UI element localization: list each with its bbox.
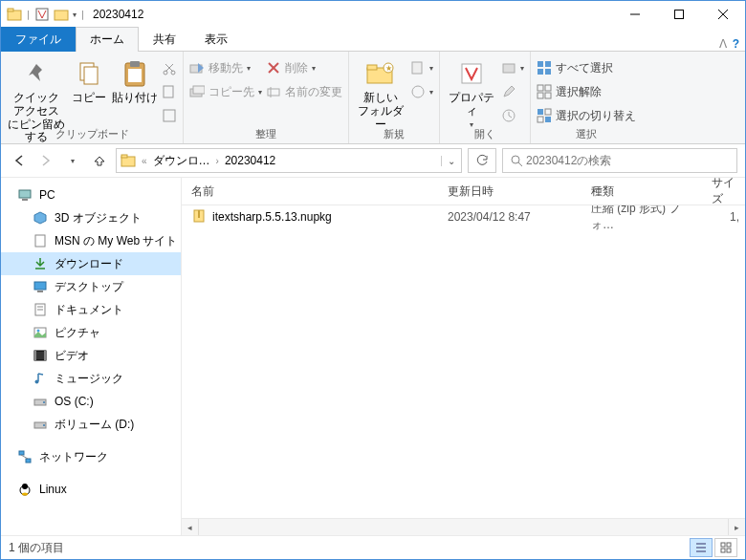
table-row[interactable]: itextsharp.5.5.13.nupkg 2023/04/12 8:47 … [182, 205, 745, 228]
refresh-button[interactable] [468, 148, 496, 173]
qat-new-folder-icon[interactable] [54, 7, 69, 22]
col-type[interactable]: 種類 [581, 183, 702, 200]
svg-text:★: ★ [385, 64, 392, 73]
scroll-left-button[interactable]: ◂ [182, 519, 199, 535]
tree-videos[interactable]: ビデオ [1, 344, 181, 367]
paste-button[interactable]: 貼り付け [112, 54, 158, 105]
close-button[interactable] [701, 1, 745, 28]
scroll-right-button[interactable]: ▸ [728, 519, 745, 535]
tree-drive-d[interactable]: ボリューム (D:) [1, 413, 181, 436]
delete-button[interactable]: 削除▾ [266, 57, 342, 78]
tree-linux[interactable]: Linux [1, 478, 181, 501]
tree-3d-objects[interactable]: 3D オブジェクト [1, 206, 181, 229]
svg-point-73 [22, 493, 28, 496]
ribbon-collapse[interactable]: ᐱ? [707, 37, 745, 51]
address-dropdown[interactable]: ⌄ [441, 156, 461, 166]
group-label-organize: 整理 [189, 127, 342, 143]
tree-pictures[interactable]: ピクチャ [1, 321, 181, 344]
search-input[interactable]: 20230412の検索 [502, 148, 737, 173]
tree-msn-web[interactable]: MSN の My Web サイト [1, 229, 181, 252]
svg-rect-46 [121, 155, 127, 158]
col-date[interactable]: 更新日時 [438, 183, 581, 200]
svg-rect-34 [545, 61, 551, 67]
back-button[interactable] [9, 150, 30, 171]
tab-home[interactable]: ホーム [76, 27, 139, 52]
tree-desktop[interactable]: デスクトップ [1, 275, 181, 298]
up-button[interactable] [89, 150, 110, 171]
view-details-button[interactable] [690, 538, 713, 557]
col-size[interactable]: サイズ [702, 175, 745, 207]
tree-downloads[interactable]: ダウンロード [1, 252, 181, 275]
maximize-button[interactable] [657, 1, 701, 28]
svg-rect-3 [55, 11, 68, 20]
deselect-button[interactable]: 選択解除 [537, 81, 636, 102]
titlebar: │ ▾ │ 20230412 [1, 1, 745, 28]
svg-rect-1 [8, 9, 13, 11]
tab-share[interactable]: 共有 [139, 27, 190, 52]
copy-button[interactable]: コピー [70, 54, 108, 105]
pin-icon [23, 57, 50, 90]
svg-point-63 [35, 380, 39, 384]
easy-access-button[interactable]: ▾ [410, 81, 433, 102]
recent-button[interactable]: ▾ [62, 150, 83, 171]
svg-line-70 [21, 455, 28, 459]
rename-button[interactable]: 名前の変更 [266, 81, 342, 102]
group-select: すべて選択 選択解除 選択の切り替え 選択 [531, 52, 642, 143]
file-list: 名前 更新日時 種類 サイズ itextsharp.5.5.13.nupkg 2… [182, 178, 745, 535]
minimize-button[interactable] [613, 1, 657, 28]
file-rows[interactable]: itextsharp.5.5.13.nupkg 2023/04/12 8:47 … [182, 205, 745, 518]
video-icon [32, 348, 49, 363]
svg-point-47 [512, 156, 519, 163]
svg-rect-82 [727, 549, 731, 552]
file-type: 圧縮 (zip 形式) フォ… [581, 205, 702, 233]
svg-rect-43 [538, 117, 543, 122]
group-label-new: 新規 [355, 127, 433, 143]
music-icon [32, 371, 49, 386]
navigation-tree[interactable]: PC 3D オブジェクト MSN の My Web サイト ダウンロード デスク… [1, 178, 182, 535]
crumb-root-sep[interactable]: « [140, 156, 149, 166]
open-small: ▾ [501, 54, 524, 126]
crumb-current[interactable]: 20230412 [221, 154, 279, 167]
svg-rect-22 [268, 89, 279, 96]
svg-rect-25 [367, 65, 377, 70]
col-name[interactable]: 名前 [182, 183, 438, 200]
copy-to-button[interactable]: コピー先▾ [189, 81, 262, 102]
paste-shortcut-button[interactable] [162, 105, 177, 126]
ribbon-tabs: ファイル ホーム 共有 表示 ᐱ? [1, 28, 745, 52]
cut-button[interactable] [162, 57, 177, 78]
svg-point-29 [412, 86, 424, 97]
copy-path-button[interactable] [162, 81, 177, 102]
tree-music[interactable]: ミュージック [1, 367, 181, 390]
invert-selection-button[interactable]: 選択の切り替え [537, 105, 636, 126]
new-item-button[interactable]: ▾ [410, 57, 433, 78]
crumb-downloads[interactable]: ダウンロ… [149, 153, 214, 169]
group-organize: 移動先▾ コピー先▾ 削除▾ 名前の変更 整理 [184, 52, 349, 143]
svg-rect-80 [727, 543, 731, 547]
tab-file[interactable]: ファイル [1, 27, 76, 52]
new-folder-button[interactable]: ★ 新しい フォルダー [355, 54, 406, 131]
history-button[interactable] [501, 105, 524, 126]
open-button[interactable]: ▾ [501, 57, 524, 78]
properties-button[interactable]: プロパティ▾ [446, 54, 497, 129]
qat-dropdown-icon[interactable]: ▾ [73, 11, 77, 19]
tree-pc[interactable]: PC [1, 183, 181, 206]
forward-button[interactable] [35, 150, 56, 171]
view-icons-button[interactable] [714, 538, 737, 557]
svg-rect-39 [538, 93, 543, 98]
qat-properties-icon[interactable] [34, 7, 50, 22]
horizontal-scrollbar[interactable]: ◂ ▸ [182, 518, 745, 535]
svg-rect-33 [538, 61, 543, 67]
tree-documents[interactable]: ドキュメント [1, 298, 181, 321]
column-headers[interactable]: 名前 更新日時 種類 サイズ [182, 178, 745, 205]
move-to-button[interactable]: 移動先▾ [189, 57, 262, 78]
tab-view[interactable]: 表示 [190, 27, 242, 52]
edit-button[interactable] [501, 81, 524, 102]
svg-rect-9 [84, 67, 98, 84]
new-small: ▾ ▾ [410, 54, 433, 102]
tree-drive-c[interactable]: OS (C:) [1, 390, 181, 413]
breadcrumb[interactable]: « ダウンロ… › 20230412 ⌄ [116, 148, 462, 173]
chevron-right-icon[interactable]: › [214, 156, 221, 166]
select-all-button[interactable]: すべて選択 [537, 57, 636, 78]
page-icon [32, 233, 49, 248]
tree-network[interactable]: ネットワーク [1, 445, 181, 468]
